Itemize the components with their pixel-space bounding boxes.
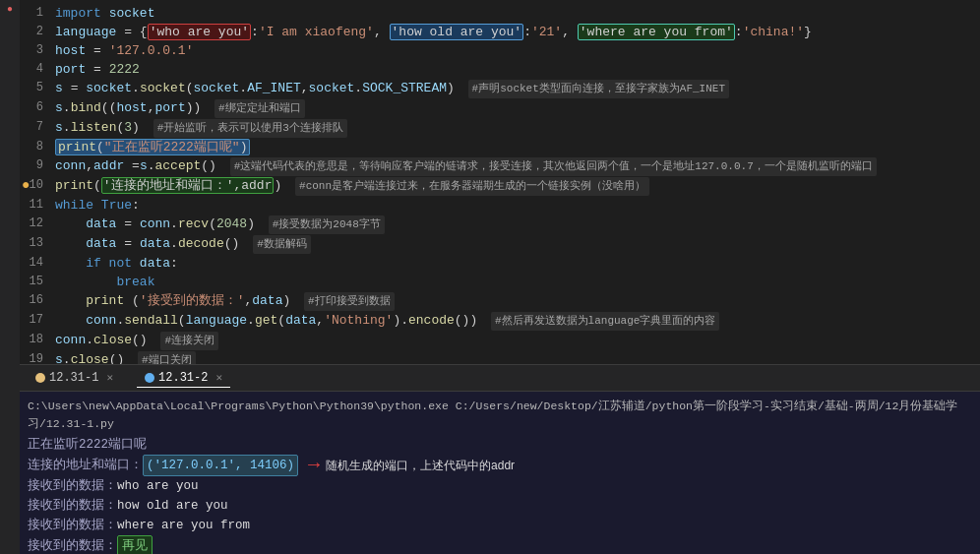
code-line-connclose: 18 conn.close() #连接关闭 (20, 331, 980, 350)
code-content: data = data.decode() #数据解码 (55, 234, 972, 254)
code-content: conn,addr =s.accept() #这端代码代表的意思是，等待响应客户… (55, 156, 972, 176)
code-line-decode: 13 data = data.decode() #数据解码 (20, 234, 980, 254)
line-number: 7 (20, 118, 55, 137)
line-number: 11 (20, 196, 55, 215)
line-number: 9 (20, 156, 55, 175)
code-line-if: 14 if not data: (20, 254, 980, 273)
tab-label-1: 12.31-1 (49, 371, 98, 385)
code-line-language: 2 language = {'who are you':'I am xiaofe… (20, 23, 980, 41)
t-data2-value: how old are you (117, 496, 228, 516)
code-line-socket: 5 s = socket.socket(socket.AF_INET,socke… (20, 79, 980, 98)
annotation-addr-note: 随机生成的端口，上述代码中的addr (326, 456, 515, 475)
tab-label-2: 12.31-2 (158, 371, 208, 385)
code-line-while: 11 while True: (20, 196, 980, 215)
code-content: s.bind((host,port)) #绑定定址和端口 (55, 98, 972, 118)
code-line-port: 4 port = 2222 (20, 60, 980, 79)
code-content: print ('接受到的数据：',data) #打印接受到数据 (55, 291, 972, 311)
code-content: conn.close() #连接关闭 (55, 331, 972, 350)
code-content: while True: (55, 196, 972, 215)
code-line: 1 import socket (20, 4, 980, 23)
tab-12-31-1[interactable]: 12.31-1 ✕ (28, 369, 121, 388)
t-data1-label: 接收到的数据： (28, 476, 117, 496)
code-line-accept: 9 conn,addr =s.accept() #这端代码代表的意思是，等待响应… (20, 156, 980, 176)
code-content: s.close() #端口关闭 (55, 350, 972, 364)
content-area: 1 import socket 2 language = {'who are y… (20, 0, 980, 554)
t-data4-value: 再见 (117, 535, 153, 554)
tab-close-1[interactable]: ✕ (106, 371, 113, 384)
code-content: host = '127.0.0.1' (55, 41, 972, 60)
tab-close-2[interactable]: ✕ (215, 371, 222, 384)
main-wrapper: ● 1 import socket 2 language = {'who are… (0, 0, 980, 554)
t-addr-value: ('127.0.0.1', 14106) (143, 455, 298, 476)
line-number: 1 (20, 4, 55, 23)
breakpoint-indicator: ● (7, 4, 13, 15)
arrow-right-1: → (308, 456, 320, 475)
annotation-sendall: #然后再发送数据为language字典里面的内容 (491, 312, 719, 331)
annotation-printdata: #打印接受到数据 (304, 292, 395, 311)
t-data3-label: 接收到的数据： (28, 516, 117, 535)
annotation-sclose: #端口关闭 (138, 351, 196, 364)
annotation-conn: #conn是客户端连接过来，在服务器端期生成的一个链接实例（没啥用） (295, 177, 649, 196)
code-line-listen: 7 s.listen(3) #开始监听，表示可以使用3个连接排队 (20, 118, 980, 138)
line-number: 4 (20, 60, 55, 79)
code-content: port = 2222 (55, 60, 972, 79)
annotation-bind: #绑定定址和端口 (214, 99, 305, 118)
line-number: 8 (20, 138, 55, 156)
annotation-recv: #接受数据为2048字节 (269, 215, 385, 234)
terminal-output-data2: 接收到的数据： how old are you (28, 496, 972, 516)
code-content: s = socket.socket(socket.AF_INET,socket.… (55, 79, 972, 98)
code-line-bind: 6 s.bind((host,port)) #绑定定址和端口 (20, 98, 980, 118)
line-number: 13 (20, 234, 55, 253)
line-number: 2 (20, 23, 55, 41)
line-number: 5 (20, 79, 55, 97)
line-number: 14 (20, 254, 55, 273)
line-number: 18 (20, 331, 55, 349)
code-line-sendall: 17 conn.sendall(language.get(data,'Nothi… (20, 311, 980, 331)
terminal-output-addr: 连接的地址和端口： ('127.0.0.1', 14106) → 随机生成的端口… (28, 455, 972, 476)
terminal-output-data3: 接收到的数据： where are you from (28, 516, 972, 535)
annotation-socket: #声明socket类型面向连接，至接字家族为AF_INET (468, 80, 729, 98)
t-addr-label: 连接的地址和端口： (28, 456, 143, 475)
code-content: s.listen(3) #开始监听，表示可以使用3个连接排队 (55, 118, 972, 138)
code-content: print("正在监听2222端口呢") (55, 138, 972, 156)
terminal-output-monitoring: 正在监听2222端口呢 (28, 435, 972, 455)
annotation-decode: #数据解码 (253, 235, 311, 254)
tab-icon-1 (35, 373, 45, 383)
annotation-connclose: #连接关闭 (160, 332, 218, 350)
tab-icon-2 (145, 373, 154, 383)
t-data3-value: where are you from (117, 516, 250, 535)
code-content: language = {'who are you':'I am xiaofeng… (55, 23, 972, 41)
t-data4-label: 接收到的数据： (28, 536, 117, 554)
terminal-bar: 12.31-1 ✕ 12.31-2 ✕ (20, 364, 980, 392)
line-number: 15 (20, 273, 55, 291)
code-line-recv: 12 data = conn.recv(2048) #接受数据为2048字节 (20, 215, 980, 234)
left-gutter: ● (0, 0, 20, 554)
terminal-path: C:\Users\new\AppData\Local\Programs\Pyth… (28, 398, 972, 433)
line-number: 3 (20, 41, 55, 60)
code-content: data = conn.recv(2048) #接受数据为2048字节 (55, 215, 972, 234)
line-number: 17 (20, 311, 55, 330)
code-line-break: 15 break (20, 273, 980, 291)
code-line-sclose: 19 s.close() #端口关闭 (20, 350, 980, 364)
annotation-accept: #这端代码代表的意思是，等待响应客户端的链请求，接受连接，其次他返回两个值，一个… (230, 157, 877, 176)
code-content: print('连接的地址和端口：',addr) #conn是客户端连接过来，在服… (55, 176, 972, 196)
dot-indicator: ● (22, 176, 30, 195)
annotation-listen: #开始监听，表示可以使用3个连接排队 (153, 119, 347, 138)
terminal-output-data1: 接收到的数据： who are you (28, 476, 972, 496)
line-number: 16 (20, 291, 55, 310)
code-content: break (55, 273, 972, 291)
t-monitoring-label: 正在监听2222端口呢 (28, 435, 147, 455)
code-line-print3: 16 print ('接受到的数据：',data) #打印接受到数据 (20, 291, 980, 311)
line-number: 6 (20, 98, 55, 117)
tab-12-31-2[interactable]: 12.31-2 ✕ (137, 369, 230, 388)
code-content: if not data: (55, 254, 972, 273)
code-line-print1: 8 print("正在监听2222端口呢") (20, 138, 980, 156)
terminal-area: C:\Users\new\AppData\Local\Programs\Pyth… (20, 392, 980, 554)
t-data2-label: 接收到的数据： (28, 496, 117, 516)
editor-area: 1 import socket 2 language = {'who are y… (20, 0, 980, 364)
code-content: import socket (55, 4, 972, 23)
line-number: 19 (20, 350, 55, 364)
terminal-output-data4: 接收到的数据： 再见 (28, 535, 972, 554)
t-data1-value: who are you (117, 476, 199, 496)
code-line-host: 3 host = '127.0.0.1' (20, 41, 980, 60)
